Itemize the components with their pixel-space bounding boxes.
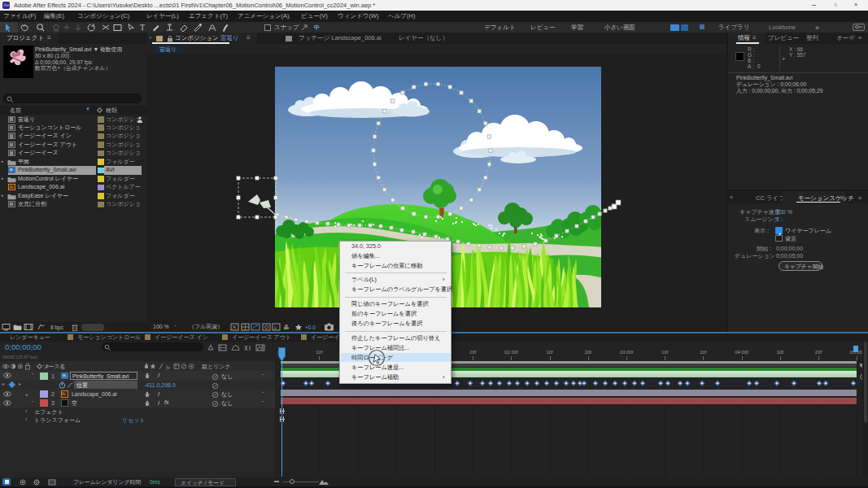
svg-text:T: T bbox=[140, 23, 145, 32]
svg-text:fx: fx bbox=[166, 364, 171, 370]
svg-text:+0.0: +0.0 bbox=[305, 324, 316, 329]
svg-text:1:: 1: bbox=[274, 325, 278, 329]
